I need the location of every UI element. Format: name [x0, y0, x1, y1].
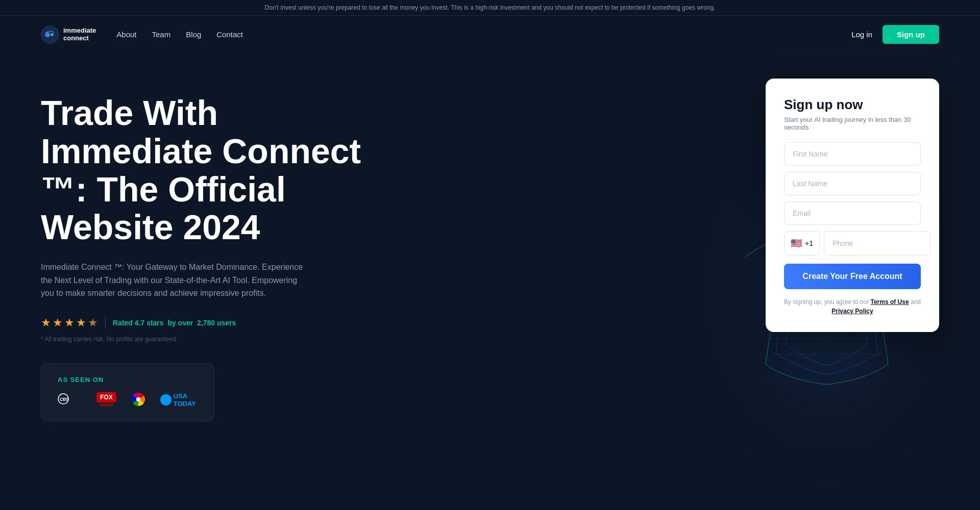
nav-team[interactable]: Team [152, 30, 171, 39]
terms-prefix: By signing up, you agree to our [784, 298, 869, 305]
svg-point-20 [136, 397, 140, 401]
privacy-link[interactable]: Privacy Policy [831, 308, 873, 315]
login-button[interactable]: Log in [851, 30, 872, 39]
phone-code: +1 [805, 239, 813, 247]
hero-left: Trade With Immediate Connect ™: The Offi… [41, 84, 388, 421]
star-rating: ★ ★ ★ ★ ★ [41, 316, 98, 329]
nav-blog[interactable]: Blog [186, 30, 201, 39]
logo-icon [41, 26, 59, 44]
nav-about[interactable]: About [116, 30, 136, 39]
phone-row: 🇺🇸 +1 [784, 231, 921, 256]
nav-links: About Team Blog Contact [116, 30, 243, 39]
warning-text: Don't invest unless you're prepared to l… [265, 4, 716, 11]
phone-prefix-selector[interactable]: 🇺🇸 +1 [784, 231, 820, 256]
rating-users: 2,780 users [197, 319, 236, 327]
rating-by: by over [167, 319, 193, 327]
logo[interactable]: immediate connect [41, 26, 96, 44]
cbs-logo: CBS [58, 393, 82, 406]
svg-point-2 [51, 33, 54, 36]
form-container: Sign up now Start your AI trading journe… [766, 84, 939, 332]
nbc-logo [131, 392, 146, 409]
star-5-half: ★ [88, 316, 98, 329]
as-seen-on-box: AS SEEN ON CBS FOX NEWS [41, 363, 214, 421]
navbar-left: immediate connect About Team Blog Contac… [41, 26, 243, 44]
star-2: ★ [53, 316, 63, 329]
usa-today-logo: USATODAY [160, 392, 196, 407]
rating-text: Rated 4.7 stars by over 2,780 users [113, 319, 236, 327]
phone-input[interactable] [824, 231, 930, 256]
hero-description: Immediate Connect ™: Your Gateway to Mar… [41, 261, 306, 300]
star-1: ★ [41, 316, 51, 329]
hero-title: Trade With Immediate Connect ™: The Offi… [41, 94, 388, 246]
create-account-button[interactable]: Create Your Free Account [784, 264, 921, 289]
form-subtitle: Start your AI trading journey in less th… [784, 116, 921, 131]
fox-logo: FOX NEWS [96, 392, 116, 407]
signup-button[interactable]: Sign up [883, 25, 939, 44]
navbar: immediate connect About Team Blog Contac… [0, 16, 980, 53]
first-name-input[interactable] [784, 142, 921, 166]
country-flag: 🇺🇸 [791, 238, 802, 249]
navbar-right: Log in Sign up [851, 25, 939, 44]
nav-contact[interactable]: Contact [216, 30, 243, 39]
star-4: ★ [76, 316, 86, 329]
logo-text: immediate connect [63, 27, 96, 42]
star-3: ★ [64, 316, 75, 329]
signup-form-card: Sign up now Start your AI trading journe… [766, 79, 939, 332]
terms-link[interactable]: Terms of Use [870, 298, 909, 305]
as-seen-label: AS SEEN ON [58, 376, 198, 384]
hero-section: Trade With Immediate Connect ™: The Offi… [0, 53, 980, 492]
cbs-svg: CBS [58, 393, 82, 404]
usa-text: USATODAY [174, 392, 196, 407]
rating-label: Rated 4.7 stars [113, 319, 164, 327]
terms-mid: and [911, 298, 921, 305]
svg-text:CBS: CBS [60, 397, 69, 402]
warning-bar: Don't invest unless you're prepared to l… [0, 0, 980, 16]
disclaimer-text: * All trading carries risk. No profits a… [41, 336, 388, 343]
usa-circle [160, 394, 172, 405]
divider [105, 317, 106, 328]
form-title: Sign up now [784, 97, 921, 113]
form-terms: By signing up, you agree to our Terms of… [784, 297, 921, 316]
email-input[interactable] [784, 201, 921, 225]
rating-row: ★ ★ ★ ★ ★ Rated 4.7 stars by over 2,780 … [41, 316, 388, 329]
last-name-input[interactable] [784, 172, 921, 195]
svg-point-1 [45, 32, 50, 37]
media-logos: CBS FOX NEWS [58, 392, 198, 409]
